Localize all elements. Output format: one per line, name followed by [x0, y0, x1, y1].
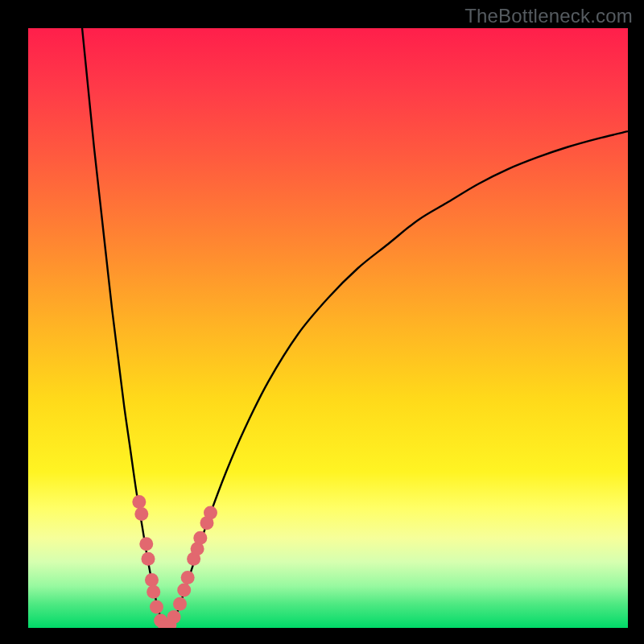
- curve-layer: [28, 28, 628, 628]
- data-marker: [167, 610, 181, 624]
- plot-area: [28, 28, 628, 628]
- data-marker: [139, 537, 153, 551]
- data-marker: [181, 571, 195, 584]
- data-marker: [132, 495, 146, 509]
- data-marker: [177, 584, 191, 597]
- data-marker: [145, 573, 159, 587]
- marker-group: [132, 495, 217, 628]
- bottleneck-curve: [82, 28, 628, 628]
- data-marker: [173, 597, 187, 611]
- attribution-text: TheBottleneck.com: [464, 5, 633, 27]
- data-marker: [134, 507, 148, 521]
- data-marker: [193, 531, 207, 545]
- chart-frame: TheBottleneck.com: [0, 0, 644, 644]
- data-marker: [142, 552, 155, 566]
- data-marker: [204, 506, 217, 519]
- data-marker: [147, 585, 160, 599]
- data-marker: [150, 600, 163, 613]
